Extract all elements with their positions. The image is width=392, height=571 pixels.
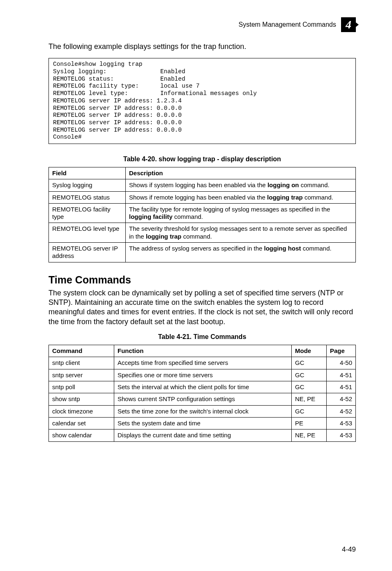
mode-cell: GC — [292, 369, 327, 381]
page-cell: 4-53 — [327, 429, 356, 441]
table-header: Command — [49, 345, 114, 357]
table-row: REMOTELOG facility typeThe facility type… — [49, 203, 356, 223]
command-cell: show calendar — [49, 429, 114, 441]
field-cell: REMOTELOG status — [49, 191, 126, 203]
description-cell: Shows if remote logging has been enabled… — [126, 191, 356, 203]
table-4-20-caption: Table 4-20. show logging trap - display … — [48, 156, 356, 163]
table-row: show sntpShows current SNTP configuratio… — [49, 393, 356, 405]
table-row: clock timezoneSets the time zone for the… — [49, 405, 356, 417]
table-row: sntp pollSets the interval at which the … — [49, 381, 356, 393]
mode-cell: GC — [292, 381, 327, 393]
function-cell: Sets the time zone for the switch's inte… — [114, 405, 292, 417]
field-cell: REMOTELOG level type — [49, 223, 126, 243]
mode-cell: NE, PE — [292, 429, 327, 441]
table-header: Mode — [292, 345, 327, 357]
table-4-20: Field Description Syslog loggingShows if… — [48, 167, 356, 262]
description-cell: The facility type for remote logging of … — [126, 203, 356, 223]
table-header: Page — [327, 345, 356, 357]
table-4-21-caption: Table 4-21. Time Commands — [48, 333, 356, 341]
description-cell: Shows if system logging has been enabled… — [126, 179, 356, 191]
table-header: Description — [126, 167, 356, 179]
function-cell: Specifies one or more time servers — [114, 369, 292, 381]
intro-paragraph-1: The following example displays settings … — [48, 42, 356, 51]
page-cell: 4-52 — [327, 393, 356, 405]
field-cell: REMOTELOG facility type — [49, 203, 126, 223]
field-cell: Syslog logging — [49, 179, 126, 191]
console-output: Console#show logging trap Syslog logging… — [48, 58, 356, 144]
command-cell: calendar set — [49, 417, 114, 429]
mode-cell: GC — [292, 357, 327, 369]
function-cell: Sets the system date and time — [114, 417, 292, 429]
mode-cell: GC — [292, 405, 327, 417]
command-cell: sntp client — [49, 357, 114, 369]
table-row: show calendarDisplays the current date a… — [49, 429, 356, 441]
table-row: calendar setSets the system date and tim… — [49, 417, 356, 429]
section-title: System Management Commands — [239, 21, 336, 28]
mode-cell: PE — [292, 417, 327, 429]
time-commands-paragraph: The system clock can be dynamically set … — [48, 288, 356, 327]
command-cell: sntp server — [49, 369, 114, 381]
function-cell: Shows current SNTP configuration setting… — [114, 393, 292, 405]
mode-cell: NE, PE — [292, 393, 327, 405]
function-cell: Sets the interval at which the client po… — [114, 381, 292, 393]
function-cell: Displays the current date and time setti… — [114, 429, 292, 441]
table-header: Function — [114, 345, 292, 357]
command-cell: sntp poll — [49, 381, 114, 393]
command-cell: clock timezone — [49, 405, 114, 417]
table-header: Field — [49, 167, 126, 179]
page-cell: 4-50 — [327, 357, 356, 369]
table-row: sntp serverSpecifies one or more time se… — [49, 369, 356, 381]
table-row: REMOTELOG statusShows if remote logging … — [49, 191, 356, 203]
page-cell: 4-51 — [327, 381, 356, 393]
table-row: sntp clientAccepts time from specified t… — [49, 357, 356, 369]
table-row: REMOTELOG level typeThe severity thresho… — [49, 223, 356, 243]
description-cell: The severity threshold for syslog messag… — [126, 223, 356, 243]
table-row: REMOTELOG server IP addressThe address o… — [49, 243, 356, 262]
field-cell: REMOTELOG server IP address — [49, 243, 126, 262]
table-row: Syslog loggingShows if system logging ha… — [49, 179, 356, 191]
table-4-21: Command Function Mode Page sntp clientAc… — [48, 345, 356, 441]
page-cell: 4-51 — [327, 369, 356, 381]
function-cell: Accepts time from specified time servers — [114, 357, 292, 369]
command-cell: show sntp — [49, 393, 114, 405]
chapter-number-icon: 4 — [341, 17, 356, 32]
page-header: System Management Commands 4 — [48, 17, 356, 32]
description-cell: The address of syslog servers as specifi… — [126, 243, 356, 262]
page-number: 4-49 — [342, 545, 356, 554]
page-cell: 4-52 — [327, 405, 356, 417]
page-cell: 4-53 — [327, 417, 356, 429]
time-commands-heading: Time Commands — [48, 274, 356, 286]
